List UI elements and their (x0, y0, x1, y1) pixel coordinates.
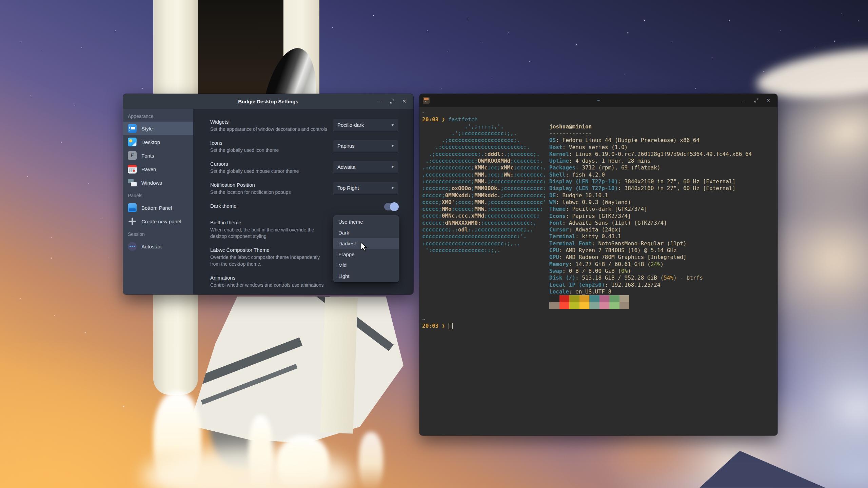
setting-title: Icons (210, 140, 332, 146)
restore-icon (390, 99, 394, 104)
sidebar-item-windows[interactable]: Windows (123, 176, 193, 189)
fastfetch-info-line: Uptime: 4 days, 1 hour, 28 mins (549, 158, 651, 164)
fastfetch-info-line: Host: Venus series (1.0) (549, 144, 628, 151)
fastfetch-ascii-logo: .',;::::;,'. .';:cccccccccccc:;,. .;cccc… (422, 123, 546, 254)
settings-row-icons: IconsSet the globally used icon themePap… (210, 140, 398, 154)
setting-text: Labwc Compositor ThemeOverride the labwc… (210, 247, 332, 268)
close-button[interactable]: ✕ (400, 97, 409, 106)
windows-icon (128, 178, 137, 187)
kitty-terminal-window: ~ – ✕ ~20:03 ❯ fastfetch .',;::::;,'. .'… (419, 94, 777, 435)
maximize-button[interactable] (752, 96, 761, 105)
prompt-line: 20:03 ❯ fastfetch (422, 116, 478, 123)
settings-row-widgets: WidgetsSet the appearance of window deco… (210, 119, 398, 133)
raven-icon (128, 165, 137, 174)
plus-icon (128, 217, 137, 226)
close-button[interactable]: ✕ (764, 96, 773, 105)
fastfetch-info-line: DE: Budgie 10.10.1 (549, 192, 608, 199)
setting-description: When enabled, the built-in theme will ov… (210, 227, 330, 240)
setting-description: Set the globally used mouse cursor theme (210, 168, 330, 175)
maximize-button[interactable] (388, 97, 396, 106)
terminal-cursor (449, 323, 453, 329)
palette-swatch (569, 302, 579, 309)
cursors-dropdown[interactable]: Adwaita▾ (333, 161, 398, 173)
restore-icon (754, 98, 758, 103)
icons-dropdown[interactable]: Papirus▾ (333, 140, 398, 152)
palette-swatch (549, 295, 559, 302)
settings-row-dark-theme: Dark theme (210, 203, 398, 210)
sidebar-item-label: Desktop (141, 139, 160, 145)
palette-swatch (559, 302, 570, 309)
palette-swatch (619, 302, 630, 309)
fastfetch-info-line: Icons: Papirus [GTK2/3/4] (549, 213, 631, 220)
dropdown-value: Adwaita (337, 164, 355, 170)
sidebar-item-autostart[interactable]: Autostart (123, 240, 193, 253)
setting-description: Control whether windows and controls use… (210, 282, 330, 289)
fastfetch-info-line: Local IP (enp2s0): 192.168.1.25/24 (549, 282, 660, 288)
toggle-knob (390, 202, 399, 211)
setting-text: Dark theme (210, 203, 237, 210)
minimize-button[interactable]: – (375, 97, 384, 106)
fastfetch-info-line: Terminal: kitty 0.43.1 (549, 233, 621, 240)
chevron-down-icon: ▾ (392, 123, 394, 127)
palette-swatch (559, 295, 570, 302)
settings-window-title: Budgie Desktop Settings (123, 94, 413, 109)
palette-swatch (589, 295, 599, 302)
sidebar-item-label: Bottom Panel (141, 205, 172, 211)
notification-position-dropdown[interactable]: Top Right▾ (333, 182, 398, 194)
rocket-booster-lower (320, 297, 358, 433)
sidebar-item-raven[interactable]: Raven (123, 162, 193, 176)
fastfetch-info-line: Packages: 3712 (rpm), 69 (flatpak) (549, 164, 660, 171)
sidebar-item-bottom-panel[interactable]: Bottom Panel (123, 201, 193, 215)
sidebar-item-create-new-panel[interactable]: Create new panel (123, 215, 193, 228)
sidebar-section-label: Appearance (123, 110, 193, 122)
autostart-icon (128, 242, 137, 251)
setting-text: WidgetsSet the appearance of window deco… (210, 119, 332, 133)
setting-title: Cursors (210, 161, 332, 167)
color-palette-row (549, 302, 629, 309)
dropdown-option-mid[interactable]: Mid (333, 260, 399, 270)
minimize-button[interactable]: – (739, 96, 748, 105)
dropdown-value: Pocillo-dark (337, 122, 364, 128)
bright-stars (0, 0, 1, 1)
sidebar-section-label: Panels (123, 189, 193, 201)
sidebar-item-style[interactable]: Style (123, 122, 193, 135)
setting-title: Labwc Compositor Theme (210, 247, 332, 253)
mouse-cursor (360, 242, 369, 251)
sidebar-item-desktop[interactable]: Desktop (123, 135, 193, 149)
sidebar-item-label: Create new panel (141, 219, 181, 224)
dropdown-option-use-theme[interactable]: Use theme (333, 216, 399, 227)
settings-row-cursors: CursorsSet the globally used mouse curso… (210, 161, 398, 175)
terminal-content[interactable]: ~20:03 ❯ fastfetch .',;::::;,'. .';:cccc… (422, 109, 776, 434)
sidebar-section-label: Session (123, 228, 193, 240)
exhaust-flame (359, 432, 383, 488)
dark-theme-toggle[interactable] (384, 203, 398, 210)
fastfetch-info-line: Display (LEN T27p-10): 3840x2160 in 27",… (549, 185, 735, 192)
terminal-window-title: ~ (419, 94, 777, 107)
dropdown-option-light[interactable]: Light (333, 270, 399, 281)
dropdown-option-dark[interactable]: Dark (333, 227, 399, 238)
fastfetch-info-line: joshua@minion (549, 123, 592, 130)
palette-swatch (599, 295, 610, 302)
fastfetch-info-line: Kernel: Linux 6.19.0-0.rc7.260128g1f97d9… (549, 151, 752, 158)
cwd-line: ~ (422, 316, 426, 323)
fastfetch-info-line: ------------- (549, 130, 592, 137)
setting-title: Widgets (210, 119, 332, 125)
fastfetch-info-line: Shell: fish 4.2.0 (549, 171, 605, 178)
palette-swatch (579, 295, 590, 302)
fastfetch-info-line: Display (LEN T27p-10): 3840x2160 in 27",… (549, 178, 735, 185)
prompt-line: 20:03 ❯ (422, 323, 453, 329)
widgets-dropdown[interactable]: Pocillo-dark▾ (333, 119, 398, 131)
dropdown-value: Top Right (337, 185, 359, 191)
sidebar-item-fonts[interactable]: Fonts (123, 149, 193, 162)
setting-description: Set the location for notification popups (210, 189, 330, 196)
sidebar-item-label: Style (141, 126, 153, 131)
budgie-desktop-settings-window: Budgie Desktop Settings – ✕ AppearanceSt… (123, 94, 413, 294)
fastfetch-info-line: Theme: Pocillo-dark [GTK2/3/4] (549, 206, 647, 212)
setting-title: Notification Position (210, 182, 332, 188)
palette-swatch (549, 302, 559, 309)
desktop-icon (128, 138, 137, 146)
fastfetch-info-line: Disk (/): 513.18 GiB / 952.28 GiB (54%) … (549, 274, 703, 281)
fastfetch-info-line: CPU: AMD Ryzen 7 7840HS (16) @ 5.14 GHz (549, 247, 677, 254)
chevron-down-icon: ▾ (392, 164, 394, 169)
setting-text: AnimationsControl whether windows and co… (210, 275, 332, 289)
